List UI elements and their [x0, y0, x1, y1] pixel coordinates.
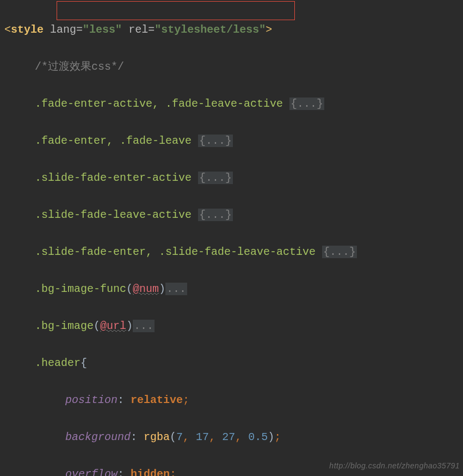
mixin-param: @url [100, 320, 126, 332]
tag-open-bracket: < [4, 23, 11, 36]
attr-name: rel [128, 23, 148, 36]
css-value: relative [131, 394, 183, 406]
css-selector: .fade-enter-active, .fade-leave-active [35, 97, 289, 110]
code-line: <style lang="less" rel="stylesheet/less"… [4, 21, 463, 39]
highlight-box [57, 1, 295, 20]
css-selector: .slide-fade-enter-active [35, 172, 198, 184]
folded-region[interactable]: {...} [198, 135, 233, 147]
code-line: position: relative; [4, 391, 463, 410]
tag-close-bracket: > [266, 23, 272, 36]
css-property: overflow [65, 468, 118, 476]
folded-region[interactable]: ... [133, 320, 155, 332]
code-line: /*过渡效果css*/ [4, 58, 463, 76]
code-line: .slide-fade-enter, .slide-fade-leave-act… [4, 243, 463, 261]
watermark: http://blog.csdn.net/zhenghao35791 [329, 460, 460, 473]
mixin-name: .bg-image [35, 320, 94, 332]
comment: /*过渡效果css*/ [35, 60, 124, 73]
code-line: .bg-image-func(@num)... [4, 280, 463, 298]
code-line: .fade-enter, .fade-leave {...} [4, 132, 463, 150]
code-line: .fade-enter-active, .fade-leave-active {… [4, 95, 463, 113]
code-line: .bg-image(@url)... [4, 317, 463, 335]
folded-region[interactable]: {...} [322, 246, 357, 258]
css-value: hidden [131, 468, 170, 476]
css-property: background [65, 431, 131, 443]
tag-name: style [11, 23, 44, 36]
code-line: .header{ [4, 354, 463, 373]
code-line: .slide-fade-leave-active {...} [4, 206, 463, 224]
attr-name: lang [50, 23, 76, 36]
folded-region[interactable]: {...} [198, 172, 233, 184]
folded-region[interactable]: {...} [289, 97, 324, 110]
folded-region[interactable]: ... [165, 283, 187, 295]
css-property: position [65, 394, 118, 406]
css-selector: .header [35, 357, 81, 369]
code-line: background: rgba(7, 17, 27, 0.5); [4, 428, 463, 447]
folded-region[interactable]: {...} [198, 209, 233, 221]
code-editor[interactable]: <style lang="less" rel="stylesheet/less"… [0, 0, 463, 476]
css-function: rgba [144, 431, 170, 443]
mixin-param: @num [133, 283, 159, 295]
mixin-name: .bg-image-func [35, 283, 126, 295]
css-selector: .slide-fade-leave-active [35, 209, 198, 221]
css-selector: .fade-enter, .fade-leave [35, 135, 198, 147]
css-selector: .slide-fade-enter, .slide-fade-leave-act… [35, 246, 322, 258]
attr-value: less [89, 23, 115, 36]
attr-value: stylesheet/less [161, 23, 259, 36]
code-line: .slide-fade-enter-active {...} [4, 169, 463, 187]
